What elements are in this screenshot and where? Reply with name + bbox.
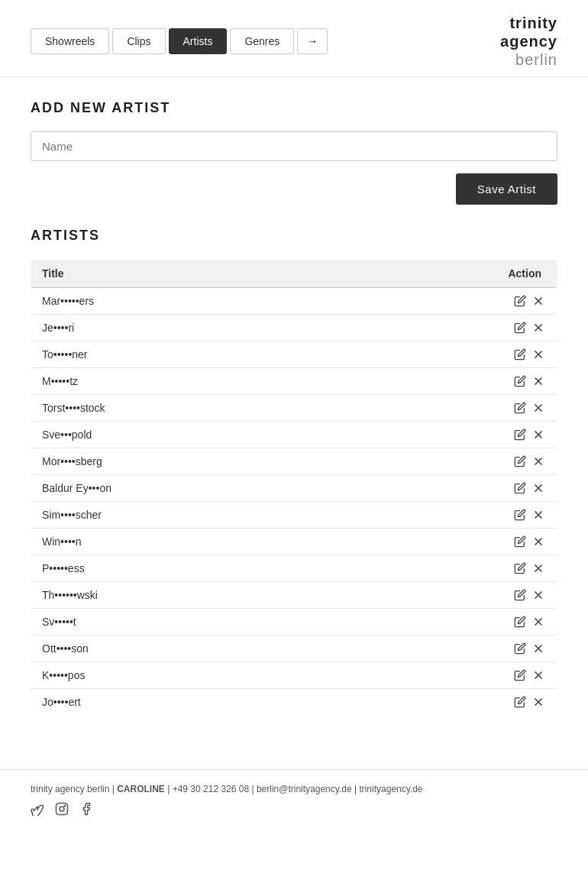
edit-icon[interactable] xyxy=(514,535,526,548)
delete-icon[interactable] xyxy=(532,589,544,601)
logo-agency: agency xyxy=(500,33,557,50)
facebook-icon[interactable] xyxy=(79,802,93,819)
artist-name-cell: K•••••pos xyxy=(31,662,489,689)
action-cell xyxy=(489,582,557,609)
table-row: Th••••••wski xyxy=(31,582,557,609)
delete-icon[interactable] xyxy=(532,696,544,708)
table-row: Ott••••son xyxy=(31,636,557,662)
artist-name-cell: Ott••••son xyxy=(31,636,489,662)
edit-icon[interactable] xyxy=(514,642,526,655)
delete-icon[interactable] xyxy=(532,375,544,387)
footer-sep2: | xyxy=(165,784,173,794)
delete-icon[interactable] xyxy=(532,509,544,521)
delete-icon[interactable] xyxy=(532,562,544,574)
table-row: Baldur Ey•••on xyxy=(31,475,557,502)
footer-social xyxy=(31,802,557,819)
delete-icon[interactable] xyxy=(532,642,544,655)
artist-name-cell: P•••••ess xyxy=(31,555,489,582)
nav-tab-genres[interactable]: Genres xyxy=(230,28,294,54)
table-row: Mar•••••ers xyxy=(31,288,557,315)
vimeo-icon[interactable] xyxy=(31,802,44,819)
footer-phone: +49 30 212 326 08 xyxy=(173,784,249,794)
logo-trinity: trinity xyxy=(509,15,557,31)
artist-name-cell: Je••••ri xyxy=(31,315,489,341)
edit-icon[interactable] xyxy=(514,429,526,441)
delete-icon[interactable] xyxy=(532,455,544,467)
action-cell xyxy=(489,529,557,555)
action-cell xyxy=(489,636,557,662)
add-artist-section: ADD NEW ARTIST Save Artist xyxy=(31,100,557,205)
table-row: To•••••ner xyxy=(31,341,557,368)
table-row: Mor••••sberg xyxy=(31,448,557,475)
svg-point-33 xyxy=(60,807,64,811)
artist-name-cell: Sv•••••t xyxy=(31,609,489,636)
table-row: Jo••••ert xyxy=(31,689,557,716)
footer-caroline: CAROLINE xyxy=(117,784,165,794)
artist-name-cell: To•••••ner xyxy=(31,341,489,368)
delete-icon[interactable] xyxy=(532,322,544,334)
delete-icon[interactable] xyxy=(532,616,544,628)
edit-icon[interactable] xyxy=(514,348,526,361)
nav-tab-showreels[interactable]: Showreels xyxy=(31,28,109,54)
artists-table: Title Action Mar•••••ers xyxy=(31,259,557,716)
action-cell xyxy=(489,422,557,448)
svg-rect-32 xyxy=(57,804,68,815)
add-artist-title: ADD NEW ARTIST xyxy=(31,100,557,116)
edit-icon[interactable] xyxy=(514,589,526,601)
action-cell xyxy=(489,341,557,368)
save-artist-button[interactable]: Save Artist xyxy=(456,173,557,205)
delete-icon[interactable] xyxy=(532,295,544,307)
action-cell xyxy=(489,315,557,341)
top-navigation: Showreels Clips Artists Genres → trinity… xyxy=(0,0,588,77)
nav-tab-clips[interactable]: Clips xyxy=(112,28,165,54)
artist-name-cell: Sve•••pold xyxy=(31,422,489,448)
edit-icon[interactable] xyxy=(514,482,526,494)
redirect-button[interactable]: → xyxy=(297,28,328,54)
footer: trinity agency berlin | CAROLINE | +49 3… xyxy=(0,769,588,834)
delete-icon[interactable] xyxy=(532,535,544,548)
action-cell xyxy=(489,609,557,636)
delete-icon[interactable] xyxy=(532,669,544,681)
action-cell xyxy=(489,475,557,502)
edit-icon[interactable] xyxy=(514,375,526,387)
edit-icon[interactable] xyxy=(514,295,526,307)
name-form-group xyxy=(31,131,557,161)
delete-icon[interactable] xyxy=(532,402,544,414)
footer-email[interactable]: berlin@trinityagency.de xyxy=(257,784,352,794)
delete-icon[interactable] xyxy=(532,348,544,361)
artist-name-cell: M•••••tz xyxy=(31,368,489,395)
artist-name-cell: Jo••••ert xyxy=(31,689,489,716)
edit-icon[interactable] xyxy=(514,455,526,467)
logo: trinity agency berlin xyxy=(500,14,557,69)
action-cell xyxy=(489,502,557,529)
table-row: Sim••••scher xyxy=(31,502,557,529)
table-header-row: Title Action xyxy=(31,260,557,288)
table-row: Sv•••••t xyxy=(31,609,557,636)
nav-tab-artists[interactable]: Artists xyxy=(169,28,228,54)
delete-icon[interactable] xyxy=(532,482,544,494)
redirect-icon: → xyxy=(307,35,318,47)
footer-website[interactable]: trinityagency.de xyxy=(359,784,422,794)
main-content: ADD NEW ARTIST Save Artist ARTISTS Title… xyxy=(0,77,588,739)
edit-icon[interactable] xyxy=(514,669,526,681)
edit-icon[interactable] xyxy=(514,322,526,334)
col-action: Action xyxy=(489,260,557,288)
instagram-icon[interactable] xyxy=(55,802,69,819)
delete-icon[interactable] xyxy=(532,429,544,441)
name-input[interactable] xyxy=(31,131,557,161)
edit-icon[interactable] xyxy=(514,562,526,574)
edit-icon[interactable] xyxy=(514,696,526,708)
svg-point-34 xyxy=(65,805,66,806)
col-title: Title xyxy=(31,260,489,288)
artist-name-cell: Mar•••••ers xyxy=(31,288,489,315)
edit-icon[interactable] xyxy=(514,509,526,521)
edit-icon[interactable] xyxy=(514,616,526,628)
artist-name-cell: Win••••n xyxy=(31,529,489,555)
action-cell xyxy=(489,448,557,475)
action-cell xyxy=(489,395,557,422)
edit-icon[interactable] xyxy=(514,402,526,414)
footer-sep4: | xyxy=(352,784,360,794)
footer-text: trinity agency berlin | CAROLINE | +49 3… xyxy=(31,784,557,794)
artist-name-cell: Baldur Ey•••on xyxy=(31,475,489,502)
artists-title: ARTISTS xyxy=(31,228,557,244)
